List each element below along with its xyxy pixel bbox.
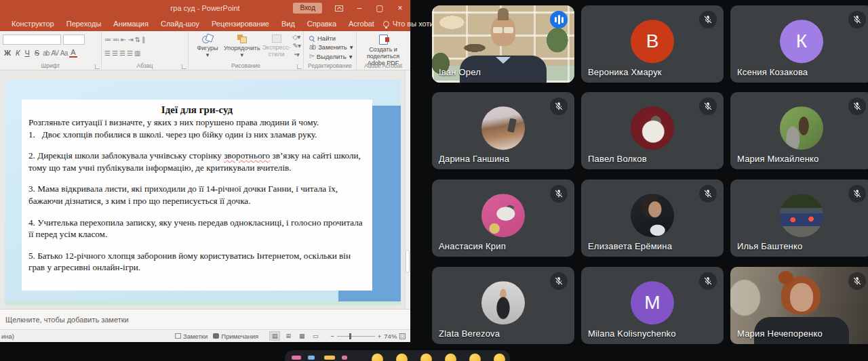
- reaction-emoji-icon[interactable]: [420, 354, 432, 361]
- participant-name: Ксения Козакова: [737, 67, 808, 77]
- participant-name: Анастасия Крип: [439, 241, 506, 251]
- mic-muted-icon: [699, 11, 717, 28]
- participant-tile-1[interactable]: Іван Орел: [432, 5, 574, 83]
- mic-muted-icon: [550, 185, 568, 203]
- participant-name: Zlata Berezova: [439, 328, 500, 339]
- reaction-glyph-fragment: [324, 356, 335, 360]
- reaction-emoji-icon[interactable]: [372, 354, 383, 361]
- participant-tile-7[interactable]: Анастасия Крип: [432, 179, 574, 257]
- reactions-bar[interactable]: [285, 350, 510, 361]
- participant-tile-5[interactable]: Павел Волков: [581, 92, 724, 169]
- mic-muted-icon: [699, 185, 717, 203]
- participant-name: Павел Волков: [588, 154, 647, 164]
- participants-grid: Іван ОрелВВероника ХмарукККсения Козаков…: [0, 0, 868, 361]
- reaction-glyph-fragment: [308, 356, 315, 360]
- letter-avatar: В: [631, 20, 674, 63]
- meet-dark-stage: гра суд - PowerPoint Вход – ▢ × Конструк…: [0, 0, 868, 361]
- participant-tile-3[interactable]: ККсения Козакова: [730, 5, 868, 83]
- mic-muted-icon: [848, 98, 866, 115]
- photo-avatar: [481, 281, 525, 324]
- letter-avatar: M: [631, 281, 674, 324]
- participant-name: Вероника Хмарук: [588, 67, 662, 77]
- participant-tile-10[interactable]: Zlata Berezova: [432, 267, 574, 344]
- participant-name: Milana Kolisnychenko: [588, 328, 676, 339]
- speaking-audio-indicator-icon: [550, 11, 568, 28]
- participant-tile-8[interactable]: Елизавета Ерёмина: [581, 179, 724, 257]
- participant-name: Дарина Ганшина: [439, 154, 509, 164]
- photo-avatar: [631, 106, 674, 150]
- mic-muted-icon: [848, 11, 866, 28]
- reaction-emoji-icon[interactable]: [469, 354, 481, 361]
- photo-avatar: [481, 106, 525, 150]
- participant-name: Илья Баштенко: [737, 241, 802, 251]
- mic-muted-icon: [848, 185, 866, 203]
- participant-name: Іван Орел: [439, 67, 481, 77]
- mic-muted-icon: [550, 272, 568, 290]
- participant-tile-4[interactable]: Дарина Ганшина: [432, 92, 574, 169]
- photo-avatar: [481, 194, 525, 237]
- reaction-glyph-fragment: [292, 356, 301, 360]
- reaction-glyph-fragment: [342, 356, 347, 360]
- mic-muted-icon: [550, 98, 568, 115]
- participant-tile-2[interactable]: ВВероника Хмарук: [581, 5, 724, 83]
- mic-muted-icon: [699, 272, 717, 290]
- reaction-emoji-icon[interactable]: [445, 354, 456, 361]
- reaction-emoji-icon[interactable]: [396, 354, 408, 361]
- participant-name: Елизавета Ерёмина: [588, 241, 672, 251]
- participant-name: Мария Нечепоренко: [737, 328, 823, 339]
- person-head: [790, 283, 813, 312]
- mic-muted-icon: [848, 272, 866, 290]
- photo-avatar: [631, 194, 674, 237]
- participant-name: Мария Михайленко: [737, 154, 819, 164]
- photo-avatar: [780, 106, 823, 150]
- participant-tile-9[interactable]: Илья Баштенко: [730, 179, 868, 257]
- mic-muted-icon: [699, 98, 717, 115]
- participant-tile-11[interactable]: MMilana Kolisnychenko: [581, 267, 724, 344]
- letter-avatar: К: [780, 20, 823, 63]
- person-head: [491, 16, 515, 46]
- reaction-emoji-icon[interactable]: [494, 354, 505, 361]
- photo-avatar: [780, 194, 823, 237]
- participant-tile-6[interactable]: Мария Михайленко: [730, 92, 868, 169]
- participant-tile-12[interactable]: Мария Нечепоренко: [730, 267, 868, 344]
